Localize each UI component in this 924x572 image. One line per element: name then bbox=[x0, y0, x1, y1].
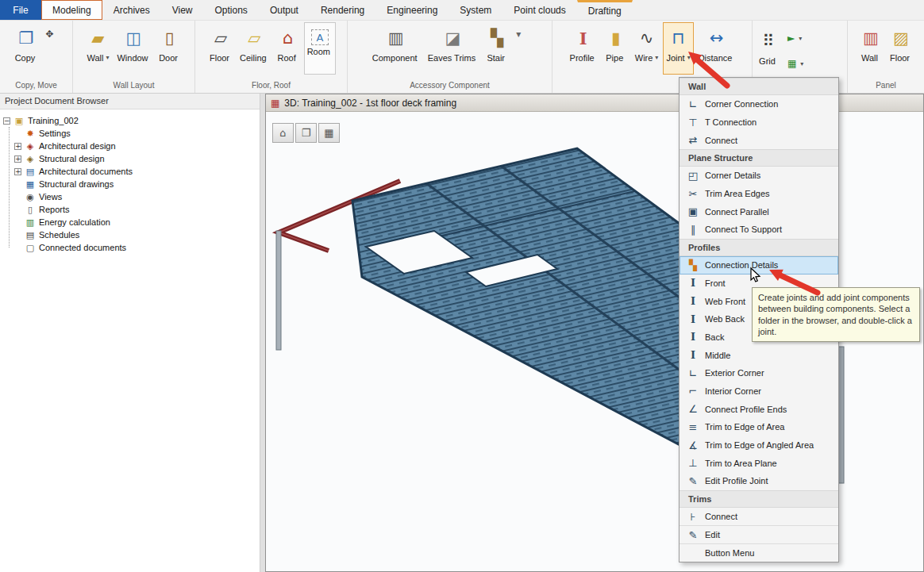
component-icon: ▥ bbox=[388, 25, 404, 52]
tree-item[interactable]: + ◈ Structural design bbox=[3, 152, 260, 165]
file-menu-button[interactable]: File bbox=[0, 0, 41, 20]
ribbon-button[interactable]: ▾ bbox=[513, 22, 530, 46]
ribbon-button[interactable]: ▥ Component bbox=[369, 22, 423, 75]
joint-menu-item-label: Trim to Edge of Angled Area bbox=[705, 440, 814, 450]
ribbon-button[interactable]: ◪ Eaves Trims bbox=[425, 22, 482, 75]
joint-menu-item[interactable]: ∟ Corner Connection bbox=[680, 95, 838, 113]
home-view-button[interactable]: ⌂ bbox=[272, 123, 294, 143]
joint-menu-item[interactable]: ✂ Trim Area Edges bbox=[680, 185, 838, 203]
tree-item-label: Structural design bbox=[39, 154, 105, 163]
ribbon-button[interactable]: ▱ Floor bbox=[206, 22, 235, 75]
joint-menu-item[interactable]: ⊦ Connect bbox=[680, 508, 838, 526]
trim-to-area-plane-icon: ⊥ bbox=[686, 457, 700, 469]
joint-menu-item-label: Corner Connection bbox=[705, 99, 778, 109]
joint-menu-item[interactable]: ◰ Corner Details bbox=[680, 167, 838, 185]
menubar-tab[interactable]: View bbox=[161, 0, 204, 20]
tree-item[interactable]: + ◈ Architectural design bbox=[3, 140, 260, 152]
ribbon-button[interactable]: ↔ Distance bbox=[695, 22, 738, 75]
roof-icon: ⌂ bbox=[283, 25, 293, 52]
corner-details-icon: ◰ bbox=[686, 170, 700, 182]
joint-menu-item-label: Edit Profile Joint bbox=[705, 476, 768, 486]
joint-menu-item[interactable]: ▣ Connect Parallel bbox=[680, 202, 838, 221]
web-back-icon: I bbox=[686, 313, 700, 325]
menubar-tab[interactable]: Output bbox=[259, 0, 310, 20]
connect-to-support-icon: ∥ bbox=[686, 224, 700, 236]
menubar-tab[interactable]: System bbox=[449, 0, 502, 20]
joint-menu-item[interactable]: ▚ Connection Details bbox=[680, 256, 838, 274]
ribbon-button[interactable]: ✥ bbox=[42, 22, 60, 46]
tree-expander-icon[interactable]: − bbox=[3, 117, 10, 125]
room-icon: A bbox=[311, 29, 329, 45]
ribbon-button[interactable]: ▥ Wall bbox=[857, 22, 885, 75]
floor-icon: ▱ bbox=[214, 25, 227, 52]
ribbon-button[interactable]: ∿ Wire▾ bbox=[632, 22, 662, 75]
view-grid-button[interactable]: ▦ bbox=[318, 123, 340, 143]
ribbon-button[interactable]: ◫ Window bbox=[114, 22, 153, 75]
ribbon-button[interactable]: I Profile bbox=[567, 22, 600, 75]
menubar-tab[interactable]: Options bbox=[204, 0, 259, 20]
ribbon-button[interactable]: ▚ Stair bbox=[483, 22, 511, 75]
ribbon-button[interactable]: A Room bbox=[304, 22, 336, 75]
tree-item[interactable]: ▦ Structural drawings bbox=[3, 178, 260, 190]
ribbon-group-wall-layout: ▰ Wall▾ ◫ Window ▯ Door Wall Layout bbox=[73, 21, 195, 93]
ribbon-button[interactable]: ⠿ Grid bbox=[754, 25, 783, 76]
architectural-documents-icon: ▤ bbox=[25, 167, 36, 177]
ribbon-button[interactable]: ▮ Pipe bbox=[602, 22, 630, 75]
stair-icon: ▚ bbox=[491, 25, 503, 52]
joint-menu-item[interactable]: ∠ Connect Profile Ends bbox=[680, 400, 838, 418]
tree-item[interactable]: ◉ Views bbox=[3, 190, 260, 203]
joint-menu-item[interactable]: ✎ Edit bbox=[680, 525, 838, 543]
menubar-tab[interactable]: Archives bbox=[102, 0, 161, 20]
tree-item[interactable]: + ▤ Architectural documents bbox=[3, 165, 260, 178]
joint-menu-item[interactable]: ∥ Connect To Support bbox=[680, 221, 838, 239]
tree-expander-icon[interactable]: + bbox=[14, 168, 21, 175]
ribbon-button[interactable]: ▱ Ceiling bbox=[237, 22, 272, 75]
ribbon-group-copy-move: ❐ Copy ✥ Copy, Move bbox=[0, 21, 73, 93]
joint-menu-item-label: Trims bbox=[688, 494, 711, 504]
copy-icon: ❐ bbox=[19, 25, 34, 52]
joint-menu-item[interactable]: Button Menu bbox=[680, 543, 838, 562]
tree-item-label: Architectural design bbox=[39, 141, 116, 151]
ribbon-button[interactable]: ⊓ Joint▾ bbox=[663, 22, 693, 75]
ribbon-button[interactable]: ⌂ Roof bbox=[274, 22, 302, 75]
tile-windows-button[interactable]: ❐ bbox=[295, 123, 317, 143]
tree-item[interactable]: ▥ Energy calculation bbox=[3, 216, 260, 228]
menubar-tab[interactable]: Rendering bbox=[310, 0, 375, 20]
tree-item[interactable]: ✸ Settings bbox=[3, 127, 260, 140]
joint-menu-item[interactable]: ⊤ T Connection bbox=[680, 113, 838, 132]
ribbon-button[interactable]: ❐ Copy bbox=[12, 22, 41, 75]
joint-menu-item[interactable]: ✎ Edit Profile Joint bbox=[680, 472, 838, 490]
menubar-tab[interactable]: Engineering bbox=[375, 0, 449, 20]
tree-expander-icon[interactable]: + bbox=[14, 143, 21, 150]
tree-item[interactable]: − ▣ Training_002 bbox=[3, 114, 260, 127]
joint-menu-item[interactable]: ⌐ Interior Corner bbox=[680, 382, 838, 401]
joint-menu-item-label: Trim to Area Plane bbox=[705, 459, 777, 468]
joint-menu-item-label: Web Back bbox=[705, 314, 745, 324]
joint-menu-item[interactable]: ∡ Trim to Edge of Angled Area bbox=[680, 436, 838, 455]
tree-expander-icon[interactable]: + bbox=[14, 155, 21, 163]
menubar-tab[interactable]: Point clouds bbox=[502, 0, 576, 20]
joint-menu-item[interactable]: ∟ Exterior Corner bbox=[680, 364, 838, 382]
menubar-tab[interactable]: Drafting bbox=[577, 0, 633, 20]
joint-menu-item[interactable]: ⊥ Trim to Area Plane bbox=[680, 454, 838, 472]
menubar-tab[interactable]: Modeling bbox=[41, 0, 102, 20]
door-icon: ▯ bbox=[165, 25, 175, 52]
joint-menu-item-label: Front bbox=[705, 278, 726, 288]
ribbon-button[interactable]: ▰ Wall▾ bbox=[83, 22, 112, 75]
ribbon-button[interactable]: ► ▾ bbox=[784, 26, 805, 50]
ribbon-group-accessory-component: ▥ Component ◪ Eaves Trims ▚ Stair ▾ Acce… bbox=[348, 21, 552, 93]
ribbon-button[interactable]: ▦ ▾ bbox=[784, 52, 807, 75]
ribbon-button[interactable]: ▯ Door bbox=[156, 22, 184, 75]
grid-icon: ⠿ bbox=[762, 28, 774, 55]
ribbon-group-panel: ▥ Wall ▨ Floor Panel bbox=[848, 21, 924, 93]
tree-item[interactable]: ▯ Reports bbox=[3, 203, 260, 216]
ribbon-button[interactable]: ▨ Floor bbox=[887, 22, 915, 75]
ceiling-icon: ▱ bbox=[248, 25, 260, 52]
snap-grid-icon: ▦ bbox=[787, 58, 796, 69]
tree-item[interactable]: ▢ Connected documents bbox=[3, 241, 260, 254]
tree-item[interactable]: ▤ Schedules bbox=[3, 228, 260, 241]
middle-icon: I bbox=[686, 349, 700, 361]
joint-menu-item[interactable]: ⇄ Connect bbox=[680, 131, 838, 149]
joint-menu-item[interactable]: I Middle bbox=[680, 346, 838, 364]
joint-menu-item[interactable]: ≡ Trim to Edge of Area bbox=[680, 418, 838, 436]
